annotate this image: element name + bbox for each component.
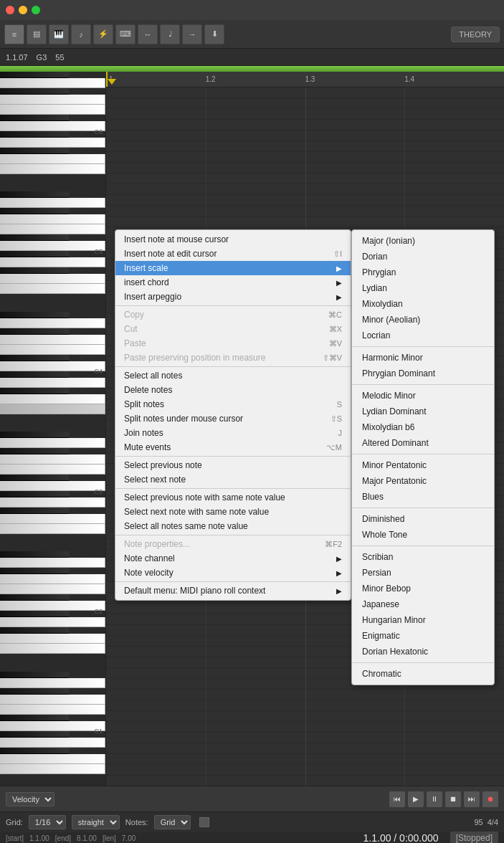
submenu-item-enigmatic[interactable]: Enigmatic	[352, 628, 494, 644]
submenu-item-persian[interactable]: Persian	[352, 565, 494, 581]
close-button[interactable]	[6, 6, 14, 14]
submenu-item-minor-bebop[interactable]: Minor Bebop	[352, 581, 494, 596]
menu-item-label-note-velocity: Note velocity	[124, 568, 173, 578]
titlebar	[0, 0, 504, 20]
menu-item-delete-notes[interactable]: Delete notes	[115, 383, 351, 397]
position-display: 1.1.07	[6, 53, 28, 62]
submenu-item-major-ionian[interactable]: Major (Ionian)	[352, 233, 494, 249]
status-end-value: 8.1.00	[77, 834, 97, 842]
status-bar: [start] 1.1.00 [end] 8.1.00 [len] 7.00 1…	[0, 832, 504, 843]
menu-item-shortcut-cut: ⌘X	[329, 325, 342, 334]
submenu-item-mixolydian-b6[interactable]: Mixolydian b6	[352, 419, 494, 435]
notes-select[interactable]: Grid	[154, 815, 191, 829]
menu-item-insert-note-edit[interactable]: Insert note at edit cursor⇧I	[115, 247, 351, 261]
menu-item-insert-arpeggio[interactable]: Insert arpeggio▶	[115, 290, 351, 304]
submenu-item-locrian[interactable]: Locrian	[352, 328, 494, 343]
menu-item-label-select-all: Select all notes	[124, 371, 182, 381]
submenu-item-minor-pentatonic[interactable]: Minor Pentatonic	[352, 457, 494, 473]
menu-item-select-next-note[interactable]: Select next note	[115, 472, 351, 487]
toolbar-btn-download[interactable]: ⬇	[204, 24, 224, 44]
status-len-label: [len]	[103, 834, 116, 842]
timeline-marker-14: 1.4	[404, 75, 414, 83]
submenu-item-chromatic[interactable]: Chromatic	[352, 666, 494, 682]
stopped-badge: [Stopped]	[450, 832, 498, 843]
toolbar-btn-arrow[interactable]: →	[182, 24, 202, 44]
transport-stop[interactable]: ⏹	[445, 791, 461, 807]
menu-item-split-notes[interactable]: Split notesS	[115, 397, 351, 411]
playhead-marker	[108, 79, 116, 85]
menu-item-select-prev-note[interactable]: Select previous note	[115, 458, 351, 472]
submenu-item-hungarian-minor[interactable]: Hungarian Minor	[352, 612, 494, 628]
menu-item-note-channel[interactable]: Note channel▶	[115, 551, 351, 566]
menu-item-copy: Copy⌘C	[115, 308, 351, 322]
submenu-item-lydian-dominant[interactable]: Lydian Dominant	[352, 404, 494, 419]
submenu-item-whole-tone[interactable]: Whole Tone	[352, 527, 494, 543]
menu-item-select-all[interactable]: Select all notes	[115, 368, 351, 383]
menu-item-note-velocity[interactable]: Note velocity▶	[115, 566, 351, 580]
toolbar-btn-list[interactable]: ▤	[27, 24, 47, 44]
toolbar-btn-grid[interactable]: ≡	[4, 24, 24, 44]
submenu-item-dorian-hexatonic[interactable]: Dorian Hexatonic	[352, 644, 494, 659]
menu-item-shortcut-copy: ⌘C	[328, 310, 342, 320]
toolbar-btn-note[interactable]: ♪	[71, 24, 91, 44]
submenu-item-minor-aeolian[interactable]: Minor (Aeolian)	[352, 312, 494, 328]
menu-item-split-notes-mouse[interactable]: Split notes under mouse cursor⇧S	[115, 411, 351, 426]
note-display: G3	[37, 53, 47, 62]
transport-bar: Velocity ⏮ ▶ ⏸ ⏹ ⏭ ⏺	[0, 786, 504, 812]
octave-2: C2	[0, 551, 105, 671]
grid-value-select[interactable]: 1/16	[29, 815, 66, 829]
menu-item-select-prev-same[interactable]: Select previous note with same note valu…	[115, 490, 351, 505]
menu-item-label-insert-chord: insert chord	[124, 277, 169, 287]
submenu-item-scribian[interactable]: Scribian	[352, 549, 494, 565]
toolbar-btn-note2[interactable]: ♩	[160, 24, 180, 44]
submenu-item-japanese[interactable]: Japanese	[352, 596, 494, 612]
menu-separator	[115, 488, 351, 489]
menu-item-shortcut-mute-events: ⌥M	[326, 443, 342, 452]
submenu-item-lydian[interactable]: Lydian	[352, 280, 494, 296]
submenu-item-harmonic-minor[interactable]: Harmonic Minor	[352, 350, 494, 366]
velocity-select[interactable]: Velocity	[6, 792, 54, 806]
menu-item-shortcut-paste: ⌘V	[329, 339, 342, 348]
color-picker[interactable]	[199, 817, 209, 827]
toolbar-btn-scroll[interactable]: ↔	[138, 24, 158, 44]
menu-item-mute-events[interactable]: Mute events⌥M	[115, 440, 351, 454]
infobar: 1.1.07 G3 55	[0, 49, 504, 66]
menu-item-default-menu[interactable]: Default menu: MIDI piano roll context▶	[115, 584, 351, 598]
transport-forward[interactable]: ⏭	[464, 791, 480, 807]
transport-record[interactable]: ⏺	[482, 791, 498, 807]
menu-item-insert-chord[interactable]: insert chord▶	[115, 275, 351, 290]
menu-item-insert-note-mouse[interactable]: Insert note at mouse cursor	[115, 232, 351, 247]
menu-item-label-default-menu: Default menu: MIDI piano roll context	[124, 586, 265, 596]
submenu-item-diminished[interactable]: Diminished	[352, 511, 494, 527]
submenu-item-blues[interactable]: Blues	[352, 489, 494, 505]
submenu-item-altered-dominant[interactable]: Altered Dominant	[352, 435, 494, 451]
menu-item-shortcut-join-notes: J	[338, 429, 343, 437]
transport-rewind[interactable]: ⏮	[389, 791, 405, 807]
toolbar: ≡ ▤ 🎹 ♪ ⚡ ⌨ ↔ ♩ → ⬇ THEORY	[0, 20, 504, 49]
maximize-button[interactable]	[32, 6, 40, 14]
submenu-item-phrygian[interactable]: Phrygian	[352, 265, 494, 280]
menu-item-join-notes[interactable]: Join notesJ	[115, 426, 351, 440]
submenu-separator-2	[352, 384, 494, 385]
transport-pause[interactable]: ⏸	[427, 791, 442, 807]
menu-item-arrow-note-velocity: ▶	[336, 569, 342, 577]
submenu-item-dorian[interactable]: Dorian	[352, 249, 494, 265]
menu-item-paste: Paste⌘V	[115, 336, 351, 351]
toolbar-btn-piano[interactable]: 🎹	[49, 24, 69, 44]
submenu-item-melodic-minor[interactable]: Melodic Minor	[352, 388, 494, 404]
time-display: 1.1.00 / 0:00.000 [Stopped]	[363, 832, 498, 843]
theory-button[interactable]: THEORY	[451, 27, 500, 42]
minimize-button[interactable]	[19, 6, 27, 14]
menu-item-shortcut-split-notes-mouse: ⇧S	[331, 414, 342, 424]
menu-item-select-next-same[interactable]: Select next note with same note value	[115, 505, 351, 519]
menu-item-insert-scale[interactable]: Insert scale▶	[115, 261, 351, 275]
submenu-item-mixolydian[interactable]: Mixolydian	[352, 296, 494, 312]
straight-select[interactable]: straight	[72, 815, 120, 829]
submenu-item-major-pentatonic[interactable]: Major Pentatonic	[352, 473, 494, 489]
menu-item-select-all-same[interactable]: Select all notes same note value	[115, 519, 351, 533]
toolbar-btn-keys[interactable]: ⌨	[115, 24, 135, 44]
time-value: 1.1.00 / 0:00.000	[363, 832, 439, 843]
transport-play[interactable]: ▶	[408, 791, 424, 807]
toolbar-btn-lightning[interactable]: ⚡	[93, 24, 113, 44]
submenu-item-phrygian-dominant[interactable]: Phrygian Dominant	[352, 366, 494, 381]
